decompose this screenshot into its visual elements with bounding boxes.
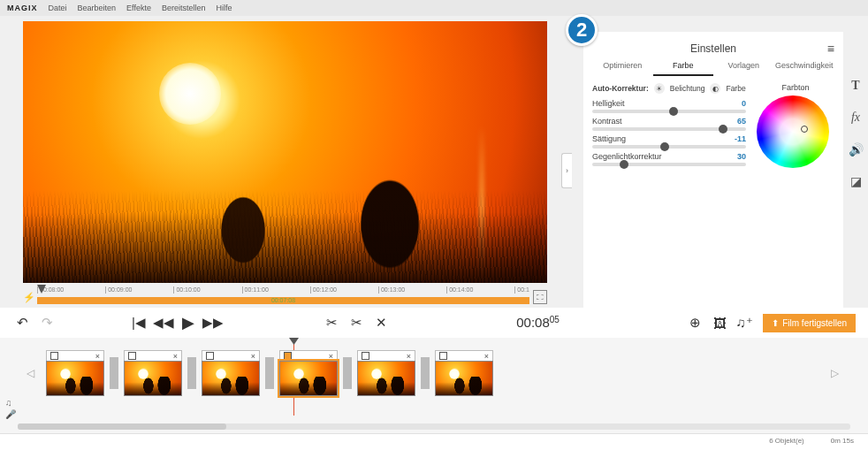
step-badge: 2 bbox=[566, 14, 598, 46]
audio-tool-icon[interactable]: 🔊 bbox=[848, 141, 864, 157]
upload-icon: ⬆ bbox=[772, 318, 779, 328]
delete-icon[interactable]: ✕ bbox=[371, 313, 391, 332]
clip-close-icon[interactable]: × bbox=[251, 352, 255, 361]
add-media-icon[interactable]: ⊕ bbox=[685, 313, 704, 332]
slider-track[interactable] bbox=[592, 127, 746, 131]
menu-effects[interactable]: Effekte bbox=[126, 4, 151, 12]
clip-checkbox[interactable] bbox=[128, 352, 136, 360]
clip-thumbnail[interactable] bbox=[435, 361, 493, 396]
menu-edit[interactable]: Bearbeiten bbox=[78, 4, 117, 12]
tab-templates[interactable]: Vorlagen bbox=[713, 58, 774, 76]
clip-3[interactable]: × bbox=[202, 350, 260, 396]
menu-file[interactable]: Datei bbox=[49, 4, 67, 12]
slider-thumb[interactable] bbox=[719, 125, 727, 134]
timecode-display: 00:0805 bbox=[516, 315, 560, 331]
main-area: ⚡ 00:08:0000:09:0000:10:0000:11:0000:12:… bbox=[0, 16, 868, 308]
timeline-scroll-right[interactable]: ▷ bbox=[831, 367, 841, 379]
exposure-icon[interactable]: ☀ bbox=[654, 83, 665, 94]
color-wheel-picker[interactable] bbox=[801, 126, 808, 133]
clip-checkbox[interactable] bbox=[284, 352, 292, 360]
clip-checkbox[interactable] bbox=[50, 352, 58, 360]
music-track-icon[interactable]: ♫ bbox=[5, 398, 16, 408]
clip-checkbox[interactable] bbox=[362, 352, 369, 360]
clip-thumbnail[interactable] bbox=[46, 361, 104, 396]
clip-2[interactable]: × bbox=[124, 350, 182, 396]
slider-kontrast: Kontrast65 bbox=[592, 117, 746, 131]
slider-helligkeit: Helligkeit0 bbox=[592, 99, 746, 113]
flash-icon[interactable]: ⚡ bbox=[23, 292, 34, 303]
clip-thumbnail[interactable] bbox=[357, 361, 415, 396]
slider-sättigung: Sättigung-11 bbox=[592, 134, 746, 149]
clip-1[interactable]: × bbox=[46, 350, 104, 396]
fullscreen-icon[interactable]: ⛶ bbox=[533, 290, 547, 304]
slider-thumb[interactable] bbox=[660, 142, 669, 151]
rewind-icon[interactable]: ◀◀ bbox=[154, 313, 173, 332]
menu-help[interactable]: Hilfe bbox=[216, 4, 232, 12]
menu-bar: MAGIX Datei Bearbeiten Effekte Bereitste… bbox=[0, 0, 868, 16]
color-wheel[interactable] bbox=[757, 95, 829, 168]
right-toolbar: T fx 🔊 ◪ bbox=[846, 78, 865, 189]
slider-gegenlichtkorrektur: Gegenlichtkorrektur30 bbox=[592, 152, 746, 166]
status-duration: 0m 15s bbox=[831, 437, 854, 445]
slider-thumb[interactable] bbox=[669, 107, 678, 116]
clip-close-icon[interactable]: × bbox=[484, 352, 489, 361]
clip-close-icon[interactable]: × bbox=[407, 352, 411, 361]
undo-icon[interactable]: ↶ bbox=[12, 313, 32, 332]
transition-handle[interactable] bbox=[110, 357, 118, 389]
settings-panel: Einstellen ≡ Optimieren Farbe Vorlagen G… bbox=[583, 32, 843, 308]
panel-title: Einstellen bbox=[690, 42, 736, 55]
slider-track[interactable] bbox=[592, 110, 746, 113]
slider-track[interactable] bbox=[592, 145, 746, 149]
slider-track[interactable] bbox=[592, 163, 746, 166]
color-icon[interactable]: ◐ bbox=[710, 83, 720, 94]
mic-track-icon[interactable]: 🎤 bbox=[5, 409, 16, 419]
timeline: ◁ ×××××× ▷ ♫ 🎤 bbox=[0, 338, 868, 433]
timeline-scrollbar-thumb[interactable] bbox=[18, 423, 226, 430]
clip-4[interactable]: × bbox=[279, 350, 338, 396]
tab-optimize[interactable]: Optimieren bbox=[592, 58, 653, 76]
split-icon[interactable]: ✂ bbox=[346, 313, 366, 332]
export-button[interactable]: ⬆ Film fertigstellen bbox=[763, 314, 856, 332]
timeline-scrollbar[interactable] bbox=[18, 423, 850, 430]
play-icon[interactable]: ▶ bbox=[179, 313, 198, 332]
transition-handle[interactable] bbox=[421, 357, 430, 389]
clip-close-icon[interactable]: × bbox=[95, 352, 100, 361]
split-left-icon[interactable]: ✂ bbox=[322, 313, 341, 332]
contrast-tool-icon[interactable]: ◪ bbox=[848, 173, 864, 189]
fx-tool-icon[interactable]: fx bbox=[848, 110, 864, 126]
clip-close-icon[interactable]: × bbox=[173, 352, 178, 361]
color-sliders: Auto-Korrektur: ☀ Belichtung ◐ Farbe Hel… bbox=[592, 83, 746, 170]
clip-checkbox[interactable] bbox=[206, 352, 214, 360]
panel-expand-handle[interactable]: › bbox=[561, 153, 572, 188]
clip-checkbox[interactable] bbox=[439, 352, 447, 360]
tab-color[interactable]: Farbe bbox=[653, 58, 714, 76]
clip-5[interactable]: × bbox=[357, 350, 415, 396]
clip-thumbnail[interactable] bbox=[202, 361, 260, 396]
hamburger-icon[interactable]: ≡ bbox=[827, 42, 834, 56]
skip-start-icon[interactable]: |◀ bbox=[129, 313, 148, 332]
tab-speed[interactable]: Geschwindigkeit bbox=[774, 58, 835, 76]
timeline-row: ◁ ×××××× ▷ bbox=[0, 343, 868, 403]
clip-thumbnail[interactable] bbox=[279, 361, 338, 396]
add-photo-icon[interactable]: 🖼 bbox=[710, 313, 729, 332]
transition-handle[interactable] bbox=[187, 357, 196, 389]
preview-column: ⚡ 00:08:0000:09:0000:10:0000:11:0000:12:… bbox=[0, 16, 552, 308]
clip-thumbnail[interactable] bbox=[124, 361, 182, 396]
menu-share[interactable]: Bereitstellen bbox=[162, 4, 206, 12]
clip-6[interactable]: × bbox=[435, 350, 493, 396]
ruler-ticks: 00:08:0000:09:0000:10:0000:11:0000:12:00… bbox=[37, 286, 529, 297]
add-music-icon[interactable]: ♫⁺ bbox=[735, 313, 754, 332]
transition-handle[interactable] bbox=[265, 357, 274, 389]
redo-icon[interactable]: ↷ bbox=[37, 313, 57, 332]
video-preview[interactable] bbox=[23, 21, 547, 283]
forward-icon[interactable]: ▶▶ bbox=[203, 313, 223, 332]
timeline-scroll-left[interactable]: ◁ bbox=[27, 367, 37, 379]
status-bar: 6 Objekt(e) 0m 15s bbox=[0, 433, 868, 447]
text-tool-icon[interactable]: T bbox=[848, 78, 864, 94]
transition-handle[interactable] bbox=[343, 357, 352, 389]
clip-close-icon[interactable]: × bbox=[329, 352, 333, 361]
brand-logo: MAGIX bbox=[7, 4, 38, 12]
slider-thumb[interactable] bbox=[620, 160, 628, 169]
preview-ruler[interactable]: ⚡ 00:08:0000:09:0000:10:0000:11:0000:12:… bbox=[23, 286, 547, 308]
panel-tabs: Optimieren Farbe Vorlagen Geschwindigkei… bbox=[592, 58, 834, 76]
